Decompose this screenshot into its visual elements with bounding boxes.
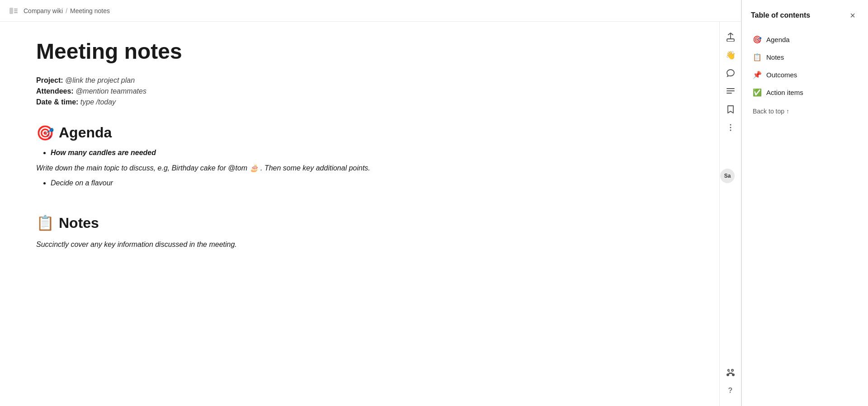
list-item: Decide on a flavour bbox=[51, 179, 683, 187]
breadcrumb-current: Meeting notes bbox=[70, 7, 110, 14]
more-button[interactable] bbox=[722, 119, 739, 136]
meta-datetime-label: Date & time: bbox=[36, 98, 80, 106]
agenda-bullets: How many candles are needed bbox=[36, 149, 683, 157]
outline-button[interactable] bbox=[722, 83, 739, 99]
help-button[interactable]: ? bbox=[722, 382, 739, 399]
sidebar-toggle-icon[interactable] bbox=[7, 5, 20, 17]
share-button[interactable] bbox=[722, 29, 739, 45]
notes-body: Succinctly cover any key information dis… bbox=[36, 239, 683, 250]
agenda-heading: 🎯 Agenda bbox=[36, 124, 683, 142]
toc-back-to-top[interactable]: Back to top ↑ bbox=[742, 103, 868, 119]
comment-button[interactable] bbox=[722, 65, 739, 81]
toc-items: 🎯 Agenda 📋 Notes 📌 Outcomes ✅ Action ite… bbox=[742, 31, 868, 101]
content-wrapper: Meeting notes Project: @link the project… bbox=[0, 22, 741, 406]
svg-point-7 bbox=[730, 124, 731, 126]
meta-attendees: Attendees: @mention teammates bbox=[36, 87, 683, 95]
toc-close-button[interactable]: × bbox=[846, 9, 859, 22]
toc-item-action-items[interactable]: ✅ Action items bbox=[747, 84, 863, 101]
svg-rect-1 bbox=[14, 9, 18, 9]
meta-project: Project: @link the project plan bbox=[36, 76, 683, 85]
top-bar: Company wiki / Meeting notes bbox=[0, 0, 741, 22]
breadcrumb: Company wiki / Meeting notes bbox=[24, 7, 110, 14]
notes-title: Notes bbox=[59, 215, 99, 231]
wave-button[interactable]: 👋 bbox=[722, 47, 739, 63]
toc-item-agenda-label: Agenda bbox=[766, 36, 790, 43]
meta-fields: Project: @link the project plan Attendee… bbox=[36, 76, 683, 106]
action-items-toc-icon: ✅ bbox=[753, 88, 762, 97]
agenda-body: Write down the main topic to discuss, e.… bbox=[36, 162, 683, 174]
meta-datetime-value: type /today bbox=[80, 98, 116, 106]
agenda-toc-icon: 🎯 bbox=[753, 35, 762, 44]
toc-header: Table of contents × bbox=[742, 9, 868, 31]
section-agenda: 🎯 Agenda How many candles are needed Wri… bbox=[36, 124, 683, 188]
toc-item-outcomes[interactable]: 📌 Outcomes bbox=[747, 66, 863, 84]
svg-point-9 bbox=[730, 130, 731, 131]
sub-bullet-text: Decide on a flavour bbox=[51, 179, 113, 187]
breadcrumb-separator: / bbox=[66, 7, 67, 14]
meta-datetime: Date & time: type /today bbox=[36, 98, 683, 106]
toc-item-action-items-label: Action items bbox=[766, 89, 803, 96]
outcomes-toc-icon: 📌 bbox=[753, 71, 762, 79]
toc-item-notes[interactable]: 📋 Notes bbox=[747, 48, 863, 66]
meta-project-value: @link the project plan bbox=[65, 76, 135, 84]
notes-heading: 📋 Notes bbox=[36, 214, 683, 231]
back-to-top-label: Back to top ↑ bbox=[753, 108, 789, 115]
main-area: Company wiki / Meeting notes Meeting not… bbox=[0, 0, 741, 406]
user-avatar: Sa bbox=[720, 169, 735, 183]
toc-title: Table of contents bbox=[751, 11, 810, 19]
svg-rect-3 bbox=[14, 12, 18, 13]
bullet-text: How many candles are needed bbox=[51, 149, 156, 156]
meta-attendees-label: Attendees: bbox=[36, 87, 75, 95]
notes-toc-icon: 📋 bbox=[753, 53, 762, 61]
svg-point-8 bbox=[730, 127, 731, 128]
notes-icon: 📋 bbox=[36, 214, 54, 231]
meta-attendees-value: @mention teammates bbox=[75, 87, 146, 95]
svg-rect-0 bbox=[9, 8, 13, 14]
document-title: Meeting notes bbox=[36, 40, 683, 64]
doc-content: Meeting notes Project: @link the project… bbox=[0, 22, 719, 406]
agenda-sub-bullets: Decide on a flavour bbox=[36, 179, 683, 187]
agenda-icon: 🎯 bbox=[36, 124, 54, 142]
section-notes: 📋 Notes Succinctly cover any key informa… bbox=[36, 214, 683, 250]
meta-project-label: Project: bbox=[36, 76, 65, 84]
bookmark-button[interactable] bbox=[722, 101, 739, 118]
toc-item-agenda[interactable]: 🎯 Agenda bbox=[747, 31, 863, 48]
agenda-title: Agenda bbox=[59, 124, 112, 141]
command-button[interactable] bbox=[722, 364, 739, 381]
toc-panel: Table of contents × 🎯 Agenda 📋 Notes 📌 O… bbox=[741, 0, 868, 406]
svg-rect-2 bbox=[14, 10, 18, 11]
toc-item-notes-label: Notes bbox=[766, 53, 784, 61]
right-toolbar: 👋 Sa bbox=[719, 22, 741, 406]
breadcrumb-parent[interactable]: Company wiki bbox=[24, 7, 63, 14]
toc-item-outcomes-label: Outcomes bbox=[766, 71, 797, 79]
list-item: How many candles are needed bbox=[51, 149, 683, 157]
